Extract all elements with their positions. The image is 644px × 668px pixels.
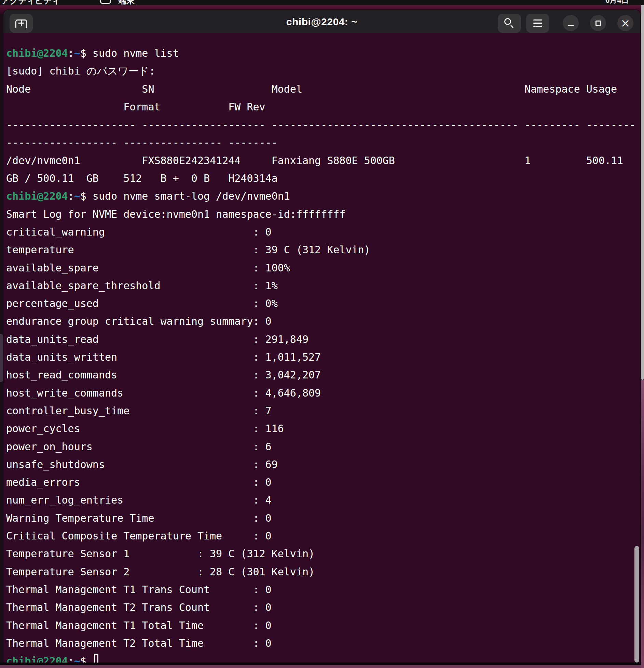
terminal-line: Smart Log for NVME device:nvme0n1 namesp…	[6, 205, 640, 223]
terminal-line: Node SN Model Namespace Usage	[6, 80, 640, 98]
terminal-line: Temperature Sensor 2 : 28 C (301 Kelvin)	[6, 563, 640, 581]
maximize-icon	[595, 21, 601, 26]
search-icon	[504, 18, 515, 28]
terminal-line: [sudo] chibi のパスワード:	[6, 62, 640, 80]
terminal-line: Thermal Management T2 Trans Count : 0	[6, 599, 640, 616]
terminal-scrollbar-thumb[interactable]	[634, 546, 639, 663]
terminal-line: media_errors : 0	[6, 473, 640, 491]
menu-button[interactable]	[526, 14, 549, 33]
terminal-line: unsafe_shutdowns : 69	[6, 456, 640, 473]
wallpaper-right-sliver	[641, 380, 644, 668]
activities-label[interactable]: アクティビティ	[1, 0, 60, 5]
terminal-line: data_units_read : 291,849	[6, 331, 640, 348]
minimize-button[interactable]	[563, 15, 579, 31]
terminal-line: endurance group critical warning summary…	[6, 312, 640, 330]
terminal-line: power_cycles : 116	[6, 420, 640, 438]
terminal-line: controller_busy_time : 7	[6, 402, 640, 420]
terminal-app-icon	[100, 0, 111, 4]
terminal-titlebar[interactable]: chibi@2204: ~ ×	[3, 10, 640, 33]
terminal-output-area[interactable]: chibi@2204:~$ sudo nvme list[sudo] chibi…	[3, 33, 640, 663]
maximize-button[interactable]	[590, 15, 606, 31]
close-button[interactable]: ×	[617, 15, 633, 31]
viewer-scrollbar-thumb[interactable]	[641, 5, 644, 380]
terminal-line: temperature : 39 C (312 Kelvin)	[6, 241, 640, 259]
terminal-line: num_err_log_entries : 4	[6, 491, 640, 509]
terminal-line: chibi@2204:~$	[6, 652, 640, 663]
terminal-line: chibi@2204:~$ sudo nvme smart-log /dev/n…	[6, 187, 640, 205]
left-overlay-scrollbar[interactable]	[0, 334, 3, 382]
terminal-line: --------------------- ------------------…	[6, 116, 640, 134]
terminal-line: Temperature Sensor 1 : 39 C (312 Kelvin)	[6, 545, 640, 563]
terminal-line: power_on_hours : 6	[6, 438, 640, 456]
terminal-line: /dev/nvme0n1 FXS880E242341244 Fanxiang S…	[6, 152, 640, 170]
terminal-line: available_spare_threshold : 1%	[6, 277, 640, 295]
minimize-icon	[568, 25, 574, 26]
terminal-line: GB / 500.11 GB 512 B + 0 B H240314a	[6, 170, 640, 187]
terminal-line: ------------------ ---------------- ----…	[6, 134, 640, 151]
terminal-line: percentage_used : 0%	[6, 295, 640, 312]
terminal-line: data_units_written : 1,011,527	[6, 348, 640, 366]
terminal-line: host_read_commands : 3,042,207	[6, 366, 640, 384]
terminal-line: critical_warning : 0	[6, 223, 640, 241]
terminal-window: chibi@2204: ~ × chibi@2204:~$ sudo nvme …	[3, 10, 640, 663]
hamburger-menu-icon	[533, 19, 542, 27]
focused-app-label[interactable]: 端末	[118, 0, 135, 5]
terminal-line: Format FW Rev	[6, 98, 640, 116]
terminal-line: Thermal Management T1 Trans Count : 0	[6, 581, 640, 599]
clock-label[interactable]: 6月4日	[605, 0, 629, 5]
wallpaper-bottom-sliver	[0, 665, 644, 668]
remote-desktop-top-bar: アクティビティ 端末 6月4日	[0, 0, 644, 5]
terminal-line: chibi@2204:~$ sudo nvme list	[6, 44, 640, 62]
terminal-line: available_spare : 100%	[6, 259, 640, 277]
search-button[interactable]	[498, 14, 521, 33]
terminal-line: host_write_commands : 4,646,809	[6, 384, 640, 402]
window-bottom-edge	[0, 663, 644, 668]
terminal-line: Thermal Management T2 Total Time : 0	[6, 634, 640, 652]
terminal-line: Thermal Management T1 Total Time : 0	[6, 617, 640, 634]
terminal-line: Critical Composite Temperature Time : 0	[6, 527, 640, 545]
terminal-line: Warning Temperature Time : 0	[6, 509, 640, 527]
terminal-cursor	[94, 654, 98, 663]
close-icon: ×	[620, 17, 630, 29]
